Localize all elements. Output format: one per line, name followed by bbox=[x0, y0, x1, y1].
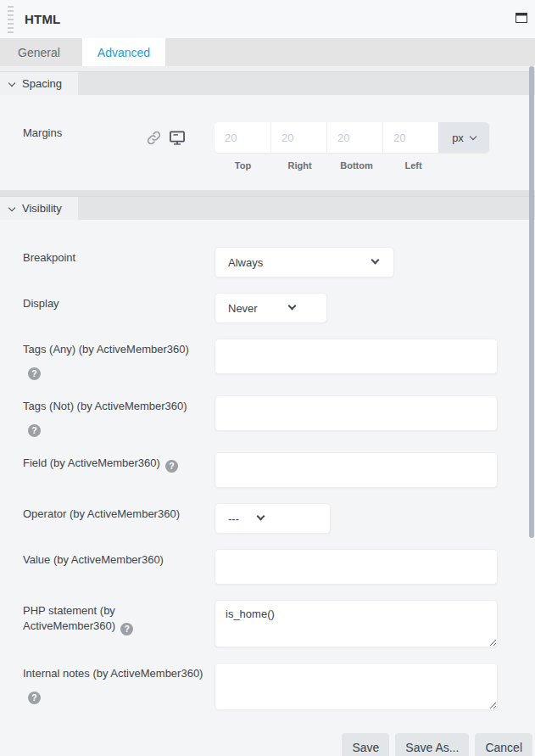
field-label: Field (by ActiveMember360)? bbox=[23, 452, 215, 473]
section-header-visibility: Visibility bbox=[0, 196, 535, 220]
section-header-spacing: Spacing bbox=[0, 71, 535, 95]
margin-bottom-input[interactable] bbox=[326, 122, 382, 153]
operator-select[interactable]: --- bbox=[215, 503, 331, 534]
display-row: Display Never bbox=[23, 293, 532, 323]
section-toggle-spacing[interactable]: Spacing bbox=[0, 72, 78, 95]
tags-any-row: Tags (Any) (by ActiveMember360) ? bbox=[23, 339, 532, 380]
php-statement-textarea[interactable]: is_home() bbox=[215, 600, 498, 647]
margin-top-input[interactable] bbox=[215, 122, 270, 153]
breakpoint-select[interactable]: Always bbox=[215, 247, 394, 277]
drag-handle-icon[interactable] bbox=[8, 6, 14, 33]
help-icon[interactable]: ? bbox=[28, 424, 41, 437]
dim-label-bottom: Bottom bbox=[328, 160, 385, 171]
section-toggle-visibility[interactable]: Visibility bbox=[0, 197, 78, 220]
popout-window-icon[interactable] bbox=[515, 11, 527, 21]
margin-right-input[interactable] bbox=[270, 122, 326, 153]
dim-label-top: Top bbox=[215, 160, 271, 171]
tags-any-input[interactable] bbox=[215, 339, 498, 374]
display-label: Display bbox=[23, 293, 215, 311]
margins-dimension-group: px Top Right Bottom Left bbox=[215, 122, 489, 171]
display-value: Never bbox=[228, 302, 258, 315]
chevron-down-icon bbox=[371, 256, 380, 265]
divider bbox=[0, 190, 535, 196]
tab-advanced[interactable]: Advanced bbox=[82, 38, 165, 66]
save-as-button[interactable]: Save As... bbox=[395, 733, 469, 756]
tab-general[interactable]: General bbox=[15, 38, 63, 66]
footer-actions: Save Save As... Cancel bbox=[23, 733, 532, 756]
internal-notes-textarea[interactable] bbox=[215, 663, 498, 710]
panel-title: HTML bbox=[25, 12, 60, 26]
margins-tools bbox=[147, 122, 215, 153]
module-settings-panel: HTML General Advanced Spacing Margins bbox=[0, 0, 535, 756]
operator-value: --- bbox=[228, 512, 239, 525]
tags-not-row: Tags (Not) (by ActiveMember360) ? bbox=[23, 395, 532, 437]
tags-not-label: Tags (Not) (by ActiveMember360) ? bbox=[23, 395, 215, 437]
section-title-visibility: Visibility bbox=[22, 202, 62, 215]
margin-unit-select[interactable]: px bbox=[438, 122, 489, 153]
operator-row: Operator (by ActiveMember360) --- bbox=[23, 503, 532, 534]
section-title-spacing: Spacing bbox=[22, 77, 62, 90]
margin-unit-value: px bbox=[452, 132, 464, 144]
scrollbar-thumb[interactable] bbox=[529, 66, 534, 538]
responsive-monitor-icon[interactable] bbox=[170, 131, 185, 145]
internal-notes-label: Internal notes (by ActiveMember360) ? bbox=[23, 663, 215, 704]
field-input[interactable] bbox=[215, 452, 498, 488]
internal-notes-row: Internal notes (by ActiveMember360) ? bbox=[23, 663, 532, 710]
dim-label-right: Right bbox=[271, 160, 328, 171]
chevron-down-icon bbox=[288, 302, 297, 311]
operator-label: Operator (by ActiveMember360) bbox=[23, 503, 215, 522]
chevron-down-icon bbox=[8, 204, 15, 210]
save-button[interactable]: Save bbox=[342, 733, 389, 756]
breakpoint-label: Breakpoint bbox=[23, 247, 215, 266]
chevron-down-icon bbox=[8, 79, 15, 86]
chevron-down-icon bbox=[470, 132, 476, 139]
help-icon[interactable]: ? bbox=[28, 692, 41, 704]
help-icon[interactable]: ? bbox=[28, 367, 41, 380]
dim-label-left: Left bbox=[385, 160, 442, 171]
field-row: Field (by ActiveMember360)? bbox=[23, 452, 532, 488]
titlebar: HTML bbox=[0, 0, 535, 38]
margins-label: Margins bbox=[23, 122, 147, 141]
breakpoint-row: Breakpoint Always bbox=[23, 247, 532, 277]
margins-row: Margins bbox=[23, 122, 535, 171]
tags-not-input[interactable] bbox=[215, 395, 498, 431]
breakpoint-value: Always bbox=[228, 256, 263, 269]
chevron-down-icon bbox=[257, 512, 265, 521]
link-values-icon[interactable] bbox=[147, 131, 161, 145]
cancel-button[interactable]: Cancel bbox=[475, 733, 532, 756]
php-statement-row: PHP statement (by ActiveMember360)? is_h… bbox=[23, 600, 532, 647]
tabbar: General Advanced bbox=[0, 38, 535, 66]
value-row: Value (by ActiveMember360) bbox=[23, 549, 532, 585]
margin-left-input[interactable] bbox=[382, 122, 438, 153]
help-icon[interactable]: ? bbox=[165, 460, 178, 473]
value-label: Value (by ActiveMember360) bbox=[23, 549, 215, 568]
php-statement-label: PHP statement (by ActiveMember360)? bbox=[23, 600, 215, 636]
display-select[interactable]: Never bbox=[215, 293, 327, 323]
help-icon[interactable]: ? bbox=[120, 623, 133, 636]
value-input[interactable] bbox=[215, 549, 498, 585]
tags-any-label: Tags (Any) (by ActiveMember360) ? bbox=[23, 339, 215, 380]
section-body-spacing: Margins bbox=[0, 95, 535, 190]
section-body-visibility: Breakpoint Always Display Never Tags (An… bbox=[0, 220, 535, 756]
